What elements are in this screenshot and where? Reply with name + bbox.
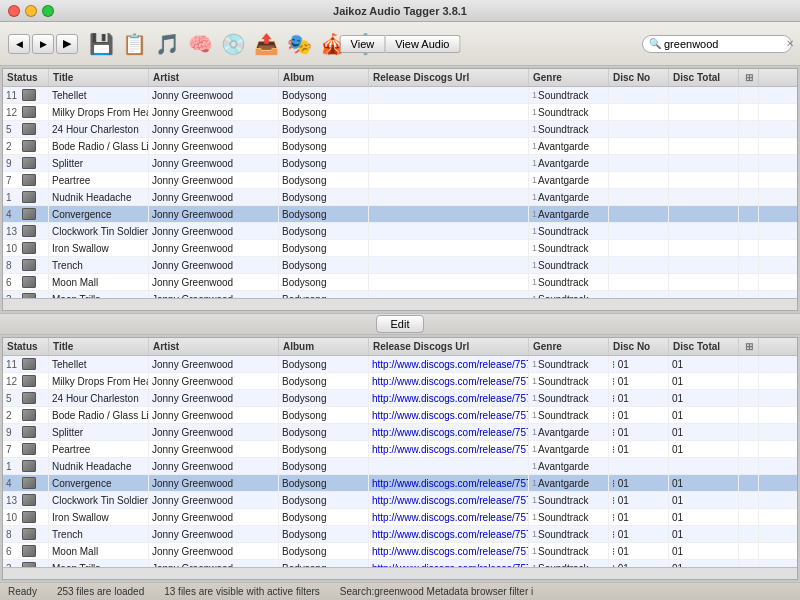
td-title: Bode Radio / Glass Light / Broker bbox=[49, 407, 149, 423]
td-status: 1 bbox=[3, 458, 49, 474]
top-scrollbar-h[interactable] bbox=[3, 298, 797, 310]
bottom-table-header: Status Title Artist Album Release Discog… bbox=[3, 338, 797, 356]
td-status: 5 bbox=[3, 390, 49, 406]
play-button[interactable]: ▶ bbox=[56, 34, 78, 54]
table-row[interactable]: 6 Moon Mall Jonny Greenwood Bodysong htt… bbox=[3, 543, 797, 560]
prev-button[interactable]: ◀ bbox=[8, 34, 30, 54]
table-row[interactable]: 4 Convergence Jonny Greenwood Bodysong h… bbox=[3, 475, 797, 492]
table-row[interactable]: 13 Clockwork Tin Soldiers Jonny Greenwoo… bbox=[3, 223, 797, 240]
td-status: 10 bbox=[3, 509, 49, 525]
table-row[interactable]: 13 Clockwork Tin Soldiers Jonny Greenwoo… bbox=[3, 492, 797, 509]
table-row[interactable]: 2 Bode Radio / Glass Light / Broker Jonn… bbox=[3, 407, 797, 424]
td-empty bbox=[739, 509, 759, 525]
bottom-scrollbar-h[interactable] bbox=[3, 567, 797, 579]
td-artist: Jonny Greenwood bbox=[149, 189, 279, 205]
music-icon[interactable]: 🎵 bbox=[152, 29, 182, 59]
td-empty bbox=[739, 104, 759, 120]
search-input[interactable] bbox=[664, 38, 784, 50]
view-button[interactable]: View bbox=[340, 35, 386, 53]
nav-controls: ◀ ▶ ▶ bbox=[8, 34, 78, 54]
album-icon[interactable]: 🎭 bbox=[284, 29, 314, 59]
td-disc-no: ⁝ 01 bbox=[609, 373, 669, 389]
table-row[interactable]: 1 Nudnik Headache Jonny Greenwood Bodyso… bbox=[3, 458, 797, 475]
table-row[interactable]: 3 Moon Trills Jonny Greenwood Bodysong h… bbox=[3, 560, 797, 567]
disc-icon[interactable]: 💿 bbox=[218, 29, 248, 59]
td-disc-no bbox=[609, 291, 669, 298]
search-clear-icon[interactable]: ✕ bbox=[786, 38, 794, 49]
maximize-button[interactable] bbox=[42, 5, 54, 17]
table-row[interactable]: 7 Peartree Jonny Greenwood Bodysong http… bbox=[3, 441, 797, 458]
table-row[interactable]: 12 Milky Drops From Heaven Jonny Greenwo… bbox=[3, 373, 797, 390]
minimize-button[interactable] bbox=[25, 5, 37, 17]
table-row[interactable]: 9 Splitter Jonny Greenwood Bodysong http… bbox=[3, 424, 797, 441]
status-icon bbox=[22, 123, 36, 135]
col-disc-total-b: Disc Total bbox=[669, 338, 739, 355]
table-row[interactable]: 8 Trench Jonny Greenwood Bodysong http:/… bbox=[3, 526, 797, 543]
table-row[interactable]: 11 Tehellet Jonny Greenwood Bodysong htt… bbox=[3, 356, 797, 373]
td-disc-no bbox=[609, 189, 669, 205]
td-url bbox=[369, 104, 529, 120]
td-empty bbox=[739, 458, 759, 474]
table-row[interactable]: 5 24 Hour Charleston Jonny Greenwood Bod… bbox=[3, 390, 797, 407]
td-title: Moon Mall bbox=[49, 274, 149, 290]
save-icon[interactable]: 💾 bbox=[86, 29, 116, 59]
status-icon bbox=[22, 409, 36, 421]
table-row[interactable]: 4 Convergence Jonny Greenwood Bodysong 1… bbox=[3, 206, 797, 223]
table-row[interactable]: 6 Moon Mall Jonny Greenwood Bodysong 1So… bbox=[3, 274, 797, 291]
td-album: Bodysong bbox=[279, 138, 369, 154]
td-status: 7 bbox=[3, 441, 49, 457]
col-title: Title bbox=[49, 69, 149, 86]
td-disc-no bbox=[609, 240, 669, 256]
table-row[interactable]: 2 Bode Radio / Glass Light / Broker Jonn… bbox=[3, 138, 797, 155]
td-url bbox=[369, 240, 529, 256]
td-disc-no: ⁝ 01 bbox=[609, 560, 669, 567]
td-artist: Jonny Greenwood bbox=[149, 390, 279, 406]
table-row[interactable]: 7 Peartree Jonny Greenwood Bodysong 1Ava… bbox=[3, 172, 797, 189]
close-button[interactable] bbox=[8, 5, 20, 17]
tag-icon[interactable]: 📋 bbox=[119, 29, 149, 59]
td-artist: Jonny Greenwood bbox=[149, 560, 279, 567]
td-disc-total bbox=[669, 291, 739, 298]
td-url: http://www.discogs.com/release/757481 bbox=[369, 543, 529, 559]
td-status: 2 bbox=[3, 138, 49, 154]
table-row[interactable]: 10 Iron Swallow Jonny Greenwood Bodysong… bbox=[3, 240, 797, 257]
td-url: http://www.discogs.com/release/757481 bbox=[369, 560, 529, 567]
td-genre: 1Avantgarde bbox=[529, 172, 609, 188]
td-empty bbox=[739, 424, 759, 440]
td-empty bbox=[739, 87, 759, 103]
next-button[interactable]: ▶ bbox=[32, 34, 54, 54]
td-artist: Jonny Greenwood bbox=[149, 424, 279, 440]
table-row[interactable]: 12 Milky Drops From Heaven Jonny Greenwo… bbox=[3, 104, 797, 121]
table-row[interactable]: 1 Nudnik Headache Jonny Greenwood Bodyso… bbox=[3, 189, 797, 206]
brain-icon[interactable]: 🧠 bbox=[185, 29, 215, 59]
view-audio-button[interactable]: View Audio bbox=[385, 35, 460, 53]
td-album: Bodysong bbox=[279, 240, 369, 256]
td-genre: 1Soundtrack bbox=[529, 291, 609, 298]
table-row[interactable]: 3 Moon Trills Jonny Greenwood Bodysong 1… bbox=[3, 291, 797, 298]
col-album-b: Album bbox=[279, 338, 369, 355]
col-title-b: Title bbox=[49, 338, 149, 355]
td-album: Bodysong bbox=[279, 104, 369, 120]
table-row[interactable]: 10 Iron Swallow Jonny Greenwood Bodysong… bbox=[3, 509, 797, 526]
td-url: http://www.discogs.com/release/757481 bbox=[369, 407, 529, 423]
td-url bbox=[369, 87, 529, 103]
status-icon bbox=[22, 392, 36, 404]
status-icon bbox=[22, 140, 36, 152]
table-row[interactable]: 5 24 Hour Charleston Jonny Greenwood Bod… bbox=[3, 121, 797, 138]
td-album: Bodysong bbox=[279, 560, 369, 567]
table-row[interactable]: 9 Splitter Jonny Greenwood Bodysong 1Ava… bbox=[3, 155, 797, 172]
resize-handle-top[interactable]: ⊞ bbox=[739, 69, 759, 86]
edit-button[interactable]: Edit bbox=[376, 315, 425, 333]
td-title: Peartree bbox=[49, 172, 149, 188]
td-disc-total: 01 bbox=[669, 441, 739, 457]
td-disc-no: ⁝ 01 bbox=[609, 475, 669, 491]
td-title: Moon Trills bbox=[49, 291, 149, 298]
td-disc-no: ⁝ 01 bbox=[609, 526, 669, 542]
td-status: 13 bbox=[3, 223, 49, 239]
td-disc-no bbox=[609, 155, 669, 171]
table-row[interactable]: 8 Trench Jonny Greenwood Bodysong 1Sound… bbox=[3, 257, 797, 274]
upload-icon[interactable]: 📤 bbox=[251, 29, 281, 59]
resize-handle-bottom[interactable]: ⊞ bbox=[739, 338, 759, 355]
table-row[interactable]: 11 Tehellet Jonny Greenwood Bodysong 1So… bbox=[3, 87, 797, 104]
td-url bbox=[369, 206, 529, 222]
